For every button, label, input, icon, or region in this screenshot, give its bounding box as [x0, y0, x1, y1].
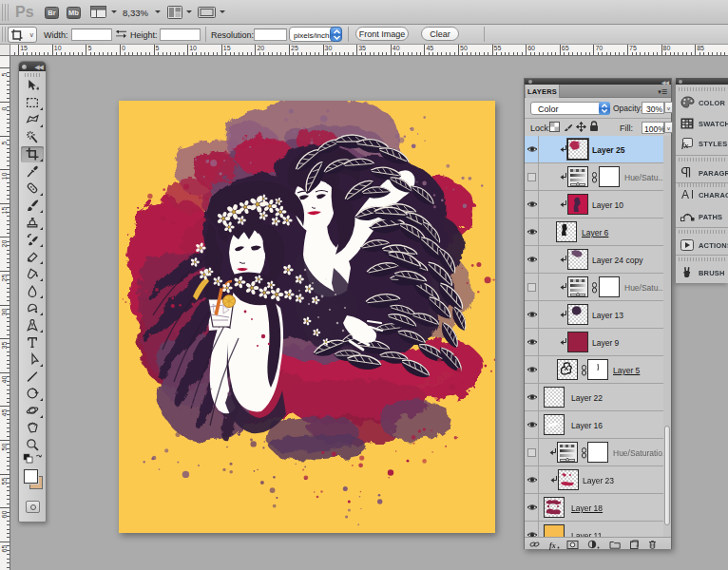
svg-text:A: A: [681, 188, 689, 200]
svg-text:fx: fx: [681, 141, 689, 149]
svg-text:fx: fx: [549, 542, 556, 550]
